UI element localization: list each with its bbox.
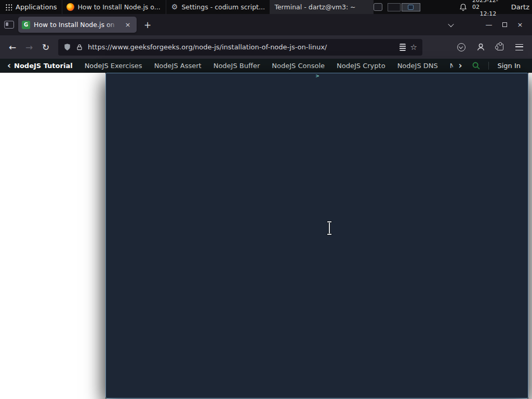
new-tab-button[interactable]: + [141, 18, 154, 32]
nav-item-nodejs-buffer[interactable]: NodeJS Buffer [214, 62, 260, 70]
gfg-site-navbar: ‹ NodeJS TutorialNodeJS ExercisesNodeJS … [0, 59, 532, 73]
pocket-icon[interactable] [454, 40, 469, 55]
reader-mode-icon[interactable] [400, 44, 406, 51]
taskbar-item-settings[interactable]: ⚙Settings - codium script... [166, 0, 270, 14]
panel-tray: 2025-12-02 12:12 Dartz [374, 0, 532, 14]
workspace-2[interactable] [402, 3, 420, 11]
sign-in-button[interactable]: Sign In [488, 62, 521, 70]
tab-bar: G How to Install Node.js on × + — × [0, 14, 532, 35]
mouse-cursor [329, 222, 330, 234]
reload-button[interactable]: ↻ [37, 39, 54, 55]
tracking-shield-icon[interactable] [63, 43, 71, 51]
applications-grid-icon [5, 4, 12, 10]
applications-label: Applications [16, 3, 57, 11]
firefox-icon [66, 3, 74, 11]
list-all-tabs-icon[interactable] [444, 18, 458, 32]
notification-bell-icon[interactable] [459, 3, 467, 11]
taskbar-item-label: Settings - codium script... [181, 3, 264, 11]
nav-item-node[interactable]: Node [450, 62, 454, 70]
nav-item-nodejs-exercises[interactable]: NodeJS Exercises [85, 62, 142, 70]
panel-clock[interactable]: 2025-12-02 12:12 [472, 0, 504, 17]
clock-date: 2025-12-02 [472, 0, 504, 10]
gfg-nav-right: › Sign In [456, 61, 527, 70]
gfg-nav-items: NodeJS TutorialNodeJS ExercisesNodeJS As… [14, 62, 453, 70]
firefox-view-icon[interactable] [4, 21, 14, 29]
toolbar-right-icons [454, 40, 528, 55]
lock-icon[interactable] [76, 44, 83, 51]
taskbar-item-label: Terminal - dartz@vm3: ~ [274, 3, 355, 11]
bookmark-star-icon[interactable]: ☆ [410, 43, 417, 52]
workspace-1[interactable] [388, 3, 401, 11]
nav-scroll-left-icon[interactable]: ‹ [5, 61, 13, 70]
taskbar: How to Install Node.js o...⚙Settings - c… [62, 0, 374, 14]
nav-item-nodejs-tutorial[interactable]: NodeJS Tutorial [14, 62, 73, 70]
taskbar-item-label: How to Install Node.js o... [77, 3, 160, 11]
taskbar-item-firefox[interactable]: How to Install Node.js o... [62, 0, 166, 14]
tab-title: How to Install Node.js on [34, 21, 119, 29]
tabbar-right-controls: — × [444, 18, 528, 32]
nav-item-nodejs-console[interactable]: NodeJS Console [272, 62, 325, 70]
workspace-switcher[interactable] [388, 3, 420, 11]
nav-scroll-right-icon[interactable]: › [456, 61, 464, 70]
nav-item-nodejs-dns[interactable]: NodeJS DNS [397, 62, 438, 70]
menu-hamburger-icon[interactable] [511, 40, 527, 55]
top-panel: Applications How to Install Node.js o...… [0, 0, 532, 14]
panel-username: Dartz [509, 3, 529, 11]
account-icon[interactable] [473, 40, 488, 55]
nav-item-nodejs-assert[interactable]: NodeJS Assert [154, 62, 202, 70]
mini-terminal-window-icon [408, 5, 414, 10]
nav-item-nodejs-crypto[interactable]: NodeJS Crypto [337, 62, 385, 70]
tray-icon[interactable] [374, 3, 382, 11]
taskbar-item-terminal[interactable]: >Terminal - dartz@vm3: ~ [270, 0, 374, 14]
forward-button: → [21, 39, 37, 55]
geeksforgeeks-favicon: G [22, 21, 30, 29]
url-text: https://www.geeksforgeeks.org/node-js/in… [88, 43, 395, 51]
settings-icon: ⚙ [170, 3, 178, 11]
browser-minimize-button[interactable]: — [481, 18, 497, 32]
back-button[interactable]: ← [4, 39, 21, 55]
applications-menu-button[interactable]: Applications [0, 0, 62, 14]
desktop: Applications How to Install Node.js o...… [0, 0, 532, 399]
url-bar[interactable]: https://www.geeksforgeeks.org/node-js/in… [58, 39, 422, 56]
tab-close-icon[interactable]: × [123, 20, 133, 30]
clock-time: 12:12 [480, 10, 496, 17]
navigation-toolbar: ← → ↻ https://www.geeksforgeeks.org/node… [0, 35, 532, 59]
extensions-puzzle-icon[interactable] [492, 40, 508, 55]
browser-close-button[interactable]: × [512, 18, 528, 32]
site-search-icon[interactable] [472, 61, 481, 70]
browser-tab-nodejs-install[interactable]: G How to Install Node.js on × [18, 17, 137, 33]
browser-maximize-button[interactable] [497, 18, 512, 32]
